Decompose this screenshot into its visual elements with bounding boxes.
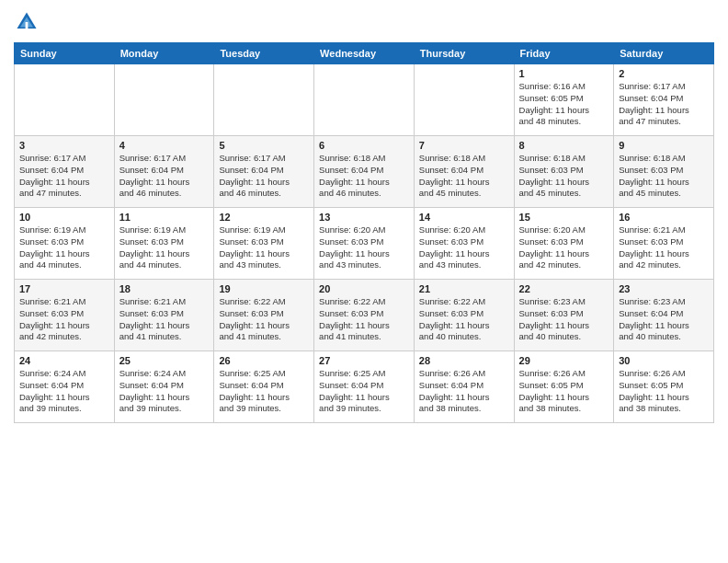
day-info: Sunrise: 6:21 AM Sunset: 6:03 PM Dayligh… (119, 296, 210, 343)
day-number: 25 (119, 355, 210, 366)
day-info: Sunrise: 6:16 AM Sunset: 6:05 PM Dayligh… (519, 81, 609, 128)
calendar-cell: 15Sunrise: 6:20 AM Sunset: 6:03 PM Dayli… (514, 208, 614, 280)
day-info: Sunrise: 6:18 AM Sunset: 6:04 PM Dayligh… (419, 153, 509, 200)
day-number: 20 (319, 283, 409, 294)
day-number: 9 (619, 140, 709, 151)
day-info: Sunrise: 6:23 AM Sunset: 6:03 PM Dayligh… (519, 296, 609, 343)
calendar-cell: 12Sunrise: 6:19 AM Sunset: 6:03 PM Dayli… (214, 208, 314, 280)
day-number: 28 (419, 355, 509, 366)
day-info: Sunrise: 6:21 AM Sunset: 6:03 PM Dayligh… (619, 224, 709, 271)
calendar: SundayMondayTuesdayWednesdayThursdayFrid… (14, 42, 714, 423)
day-info: Sunrise: 6:22 AM Sunset: 6:03 PM Dayligh… (319, 296, 409, 343)
day-header-sunday: Sunday (15, 43, 115, 64)
calendar-cell: 27Sunrise: 6:25 AM Sunset: 6:04 PM Dayli… (314, 351, 415, 423)
day-number: 17 (19, 283, 109, 294)
calendar-cell: 21Sunrise: 6:22 AM Sunset: 6:03 PM Dayli… (414, 280, 514, 351)
day-info: Sunrise: 6:19 AM Sunset: 6:03 PM Dayligh… (219, 224, 309, 271)
svg-rect-2 (26, 22, 28, 29)
day-info: Sunrise: 6:22 AM Sunset: 6:03 PM Dayligh… (219, 296, 309, 343)
page: SundayMondayTuesdayWednesdayThursdayFrid… (0, 0, 728, 563)
day-header-wednesday: Wednesday (314, 43, 415, 64)
day-number: 16 (619, 212, 709, 223)
calendar-cell: 28Sunrise: 6:26 AM Sunset: 6:04 PM Dayli… (414, 351, 514, 423)
day-number: 14 (419, 212, 509, 223)
day-number: 13 (319, 212, 409, 223)
calendar-week-2: 3Sunrise: 6:17 AM Sunset: 6:04 PM Daylig… (15, 136, 714, 208)
logo-icon (14, 9, 40, 35)
day-number: 29 (519, 355, 609, 366)
day-info: Sunrise: 6:25 AM Sunset: 6:04 PM Dayligh… (219, 368, 309, 415)
day-info: Sunrise: 6:24 AM Sunset: 6:04 PM Dayligh… (119, 368, 210, 415)
calendar-cell: 3Sunrise: 6:17 AM Sunset: 6:04 PM Daylig… (15, 136, 115, 208)
calendar-cell: 24Sunrise: 6:24 AM Sunset: 6:04 PM Dayli… (15, 351, 115, 423)
calendar-cell (15, 64, 115, 136)
day-number: 15 (519, 212, 609, 223)
day-info: Sunrise: 6:26 AM Sunset: 6:05 PM Dayligh… (619, 368, 709, 415)
calendar-header-row: SundayMondayTuesdayWednesdayThursdayFrid… (15, 43, 714, 64)
day-number: 5 (219, 140, 309, 151)
day-info: Sunrise: 6:19 AM Sunset: 6:03 PM Dayligh… (19, 224, 109, 271)
day-info: Sunrise: 6:20 AM Sunset: 6:03 PM Dayligh… (419, 224, 509, 271)
day-info: Sunrise: 6:18 AM Sunset: 6:03 PM Dayligh… (619, 153, 709, 200)
day-number: 21 (419, 283, 509, 294)
calendar-cell: 4Sunrise: 6:17 AM Sunset: 6:04 PM Daylig… (114, 136, 214, 208)
day-info: Sunrise: 6:18 AM Sunset: 6:03 PM Dayligh… (519, 153, 609, 200)
logo (14, 9, 43, 35)
calendar-week-3: 10Sunrise: 6:19 AM Sunset: 6:03 PM Dayli… (15, 208, 714, 280)
day-number: 1 (519, 68, 609, 79)
calendar-cell: 8Sunrise: 6:18 AM Sunset: 6:03 PM Daylig… (514, 136, 614, 208)
day-number: 7 (419, 140, 509, 151)
day-info: Sunrise: 6:17 AM Sunset: 6:04 PM Dayligh… (19, 153, 109, 200)
calendar-cell: 9Sunrise: 6:18 AM Sunset: 6:03 PM Daylig… (614, 136, 714, 208)
calendar-cell: 11Sunrise: 6:19 AM Sunset: 6:03 PM Dayli… (114, 208, 214, 280)
day-number: 24 (19, 355, 109, 366)
calendar-cell: 14Sunrise: 6:20 AM Sunset: 6:03 PM Dayli… (414, 208, 514, 280)
day-info: Sunrise: 6:20 AM Sunset: 6:03 PM Dayligh… (319, 224, 409, 271)
day-number: 3 (19, 140, 109, 151)
day-number: 27 (319, 355, 409, 366)
day-header-monday: Monday (114, 43, 214, 64)
day-info: Sunrise: 6:26 AM Sunset: 6:04 PM Dayligh… (419, 368, 509, 415)
day-header-tuesday: Tuesday (214, 43, 314, 64)
day-number: 26 (219, 355, 309, 366)
day-number: 4 (119, 140, 210, 151)
calendar-week-4: 17Sunrise: 6:21 AM Sunset: 6:03 PM Dayli… (15, 280, 714, 351)
day-header-saturday: Saturday (614, 43, 714, 64)
calendar-cell: 10Sunrise: 6:19 AM Sunset: 6:03 PM Dayli… (15, 208, 115, 280)
calendar-cell: 29Sunrise: 6:26 AM Sunset: 6:05 PM Dayli… (514, 351, 614, 423)
calendar-cell: 1Sunrise: 6:16 AM Sunset: 6:05 PM Daylig… (514, 64, 614, 136)
day-info: Sunrise: 6:17 AM Sunset: 6:04 PM Dayligh… (619, 81, 709, 128)
day-info: Sunrise: 6:25 AM Sunset: 6:04 PM Dayligh… (319, 368, 409, 415)
day-number: 6 (319, 140, 409, 151)
day-number: 12 (219, 212, 309, 223)
day-info: Sunrise: 6:18 AM Sunset: 6:04 PM Dayligh… (319, 153, 409, 200)
day-info: Sunrise: 6:20 AM Sunset: 6:03 PM Dayligh… (519, 224, 609, 271)
calendar-cell: 5Sunrise: 6:17 AM Sunset: 6:04 PM Daylig… (214, 136, 314, 208)
calendar-cell (114, 64, 214, 136)
day-number: 11 (119, 212, 210, 223)
calendar-cell: 16Sunrise: 6:21 AM Sunset: 6:03 PM Dayli… (614, 208, 714, 280)
calendar-cell (214, 64, 314, 136)
day-info: Sunrise: 6:24 AM Sunset: 6:04 PM Dayligh… (19, 368, 109, 415)
day-info: Sunrise: 6:17 AM Sunset: 6:04 PM Dayligh… (219, 153, 309, 200)
day-info: Sunrise: 6:19 AM Sunset: 6:03 PM Dayligh… (119, 224, 210, 271)
calendar-cell: 22Sunrise: 6:23 AM Sunset: 6:03 PM Dayli… (514, 280, 614, 351)
day-number: 18 (119, 283, 210, 294)
calendar-cell: 13Sunrise: 6:20 AM Sunset: 6:03 PM Dayli… (314, 208, 415, 280)
calendar-cell (314, 64, 415, 136)
calendar-cell: 6Sunrise: 6:18 AM Sunset: 6:04 PM Daylig… (314, 136, 415, 208)
calendar-cell: 7Sunrise: 6:18 AM Sunset: 6:04 PM Daylig… (414, 136, 514, 208)
calendar-week-5: 24Sunrise: 6:24 AM Sunset: 6:04 PM Dayli… (15, 351, 714, 423)
day-info: Sunrise: 6:26 AM Sunset: 6:05 PM Dayligh… (519, 368, 609, 415)
calendar-cell: 20Sunrise: 6:22 AM Sunset: 6:03 PM Dayli… (314, 280, 415, 351)
day-info: Sunrise: 6:23 AM Sunset: 6:04 PM Dayligh… (619, 296, 709, 343)
day-header-thursday: Thursday (414, 43, 514, 64)
calendar-cell: 26Sunrise: 6:25 AM Sunset: 6:04 PM Dayli… (214, 351, 314, 423)
calendar-cell: 23Sunrise: 6:23 AM Sunset: 6:04 PM Dayli… (614, 280, 714, 351)
calendar-cell: 25Sunrise: 6:24 AM Sunset: 6:04 PM Dayli… (114, 351, 214, 423)
day-number: 2 (619, 68, 709, 79)
calendar-cell: 18Sunrise: 6:21 AM Sunset: 6:03 PM Dayli… (114, 280, 214, 351)
day-number: 10 (19, 212, 109, 223)
calendar-cell: 19Sunrise: 6:22 AM Sunset: 6:03 PM Dayli… (214, 280, 314, 351)
day-number: 30 (619, 355, 709, 366)
